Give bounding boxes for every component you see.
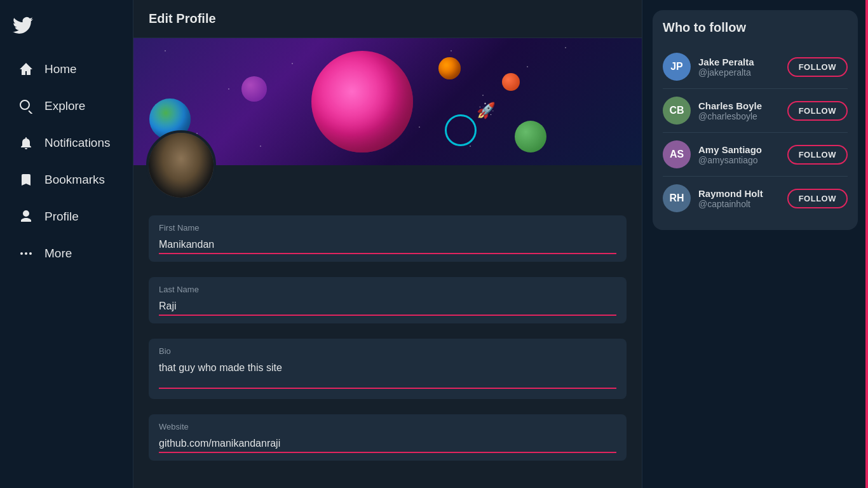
sidebar-item-profile[interactable]: Profile	[5, 200, 128, 234]
bookmarks-icon	[18, 172, 34, 188]
spaceship-decoration: 🚀	[477, 102, 496, 121]
right-panel: Who to follow JP Jake Peralta @jakeperal…	[642, 0, 868, 488]
follow-button-2[interactable]: FOLLOW	[787, 145, 848, 165]
last-name-label: Last Name	[159, 285, 616, 294]
planet-large-decoration	[311, 51, 413, 152]
first-name-label: First Name	[159, 223, 616, 233]
follow-name-0: Jake Peralta	[698, 57, 787, 67]
follow-item-2: AS Amy Santiago @amysantiago FOLLOW	[663, 133, 848, 177]
notifications-icon	[18, 135, 34, 151]
follow-info-2: Amy Santiago @amysantiago	[698, 144, 787, 165]
first-name-input[interactable]	[159, 236, 616, 254]
ring-decoration	[445, 114, 477, 146]
follow-info-3: Raymond Holt @captainholt	[698, 188, 787, 209]
website-label: Website	[159, 422, 616, 431]
sidebar: Home Explore Notifications Bookmarks	[0, 0, 133, 488]
follow-handle-3: @captainholt	[698, 199, 787, 209]
follow-handle-0: @jakeperalta	[698, 67, 787, 78]
svg-point-2	[29, 252, 32, 255]
follow-button-1[interactable]: FOLLOW	[787, 101, 848, 121]
sidebar-item-explore-label: Explore	[44, 99, 85, 113]
follow-avatar-1: CB	[663, 97, 691, 125]
follow-name-1: Charles Boyle	[698, 100, 787, 111]
sidebar-item-bookmarks-label: Bookmarks	[44, 173, 105, 187]
who-to-follow-section: Who to follow JP Jake Peralta @jakeperal…	[653, 10, 858, 230]
svg-point-0	[20, 252, 23, 255]
follow-avatar-2: AS	[663, 140, 691, 168]
planet-purple-decoration	[241, 76, 267, 102]
sidebar-item-explore[interactable]: Explore	[5, 89, 128, 123]
sidebar-item-notifications-label: Notifications	[44, 136, 111, 150]
main-content: Edit Profile 🚀 First Name Last Name Bio	[133, 0, 642, 488]
planet-orange2-decoration	[502, 73, 520, 91]
bio-input[interactable]	[159, 360, 616, 389]
follow-handle-2: @amysantiago	[698, 155, 787, 165]
follow-item-1: CB Charles Boyle @charlesboyle FOLLOW	[663, 89, 848, 133]
pink-border-decoration	[865, 0, 868, 488]
last-name-input[interactable]	[159, 298, 616, 316]
profile-icon	[18, 208, 34, 225]
bio-field: Bio	[149, 339, 627, 399]
sidebar-item-notifications[interactable]: Notifications	[5, 126, 128, 160]
sidebar-item-home[interactable]: Home	[5, 52, 128, 86]
follow-info-0: Jake Peralta @jakeperalta	[698, 57, 787, 78]
planet-green-decoration	[515, 121, 546, 152]
sidebar-item-home-label: Home	[44, 62, 77, 76]
last-name-field: Last Name	[149, 277, 627, 323]
sidebar-item-more-label: More	[44, 247, 72, 261]
follow-avatar-0: JP	[663, 53, 691, 81]
follow-item-0: JP Jake Peralta @jakeperalta FOLLOW	[663, 45, 848, 89]
follow-name-3: Raymond Holt	[698, 188, 787, 199]
follow-avatar-3: RH	[663, 184, 691, 212]
website-input[interactable]	[159, 435, 616, 453]
first-name-field: First Name	[149, 215, 627, 262]
bio-label: Bio	[159, 346, 616, 356]
home-icon	[18, 61, 34, 78]
sidebar-item-bookmarks[interactable]: Bookmarks	[5, 163, 128, 197]
who-to-follow-title: Who to follow	[663, 20, 848, 35]
website-field: Website	[149, 414, 627, 461]
follow-name-2: Amy Santiago	[698, 144, 787, 155]
follow-info-1: Charles Boyle @charlesboyle	[698, 100, 787, 121]
follow-item-3: RH Raymond Holt @captainholt FOLLOW	[663, 177, 848, 220]
follow-button-0[interactable]: FOLLOW	[787, 57, 848, 77]
follow-button-3[interactable]: FOLLOW	[787, 189, 848, 208]
more-icon	[18, 245, 34, 262]
avatar	[146, 130, 216, 200]
follow-handle-1: @charlesboyle	[698, 111, 787, 121]
explore-icon	[18, 98, 34, 114]
planet-orange-decoration	[438, 57, 461, 79]
page-title: Edit Profile	[133, 0, 642, 38]
edit-profile-form: First Name Last Name Bio Website	[133, 200, 642, 488]
svg-point-1	[25, 252, 27, 255]
sidebar-item-profile-label: Profile	[44, 210, 79, 224]
sidebar-item-more[interactable]: More	[5, 236, 128, 271]
avatar-face	[149, 133, 214, 198]
avatar-wrapper[interactable]	[146, 130, 216, 200]
twitter-logo[interactable]	[0, 8, 133, 51]
